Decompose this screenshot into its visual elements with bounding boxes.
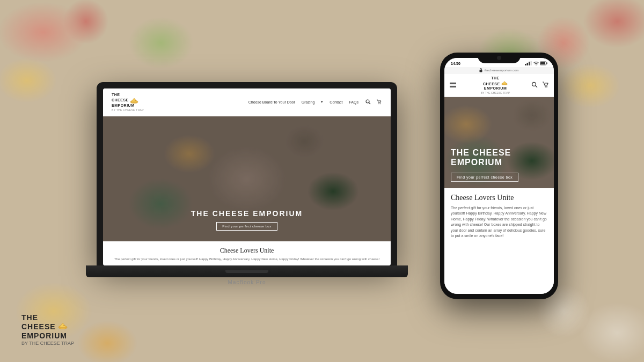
laptop-section-title: Cheese Lovers Unite bbox=[112, 247, 382, 255]
phone-cheese-icon bbox=[501, 80, 508, 85]
svg-point-20 bbox=[546, 86, 547, 87]
svg-line-4 bbox=[369, 103, 371, 105]
phone-url-bar: thecheesemporium.com bbox=[444, 67, 554, 74]
phone-hero-button[interactable]: Find your perfect cheese box bbox=[451, 173, 518, 182]
laptop-cheese-icon bbox=[130, 97, 138, 104]
laptop-nav-link-2[interactable]: Grazing bbox=[302, 100, 315, 104]
laptop-nav-icons bbox=[365, 99, 382, 105]
laptop-nav-link-4[interactable]: FAQs bbox=[349, 100, 358, 104]
phone-nav: THE CHEESE EMPORIUM BY THE CHEESE TRAP bbox=[444, 74, 554, 97]
laptop-base bbox=[86, 265, 408, 277]
svg-rect-13 bbox=[480, 70, 482, 72]
svg-rect-8 bbox=[527, 63, 529, 65]
phone-logo-text: THE CHEESE EMPORIUM bbox=[483, 76, 508, 91]
phone-cart-icon[interactable] bbox=[542, 80, 548, 90]
svg-marker-15 bbox=[502, 81, 507, 84]
laptop-hero-button[interactable]: Find your perfect cheese box bbox=[216, 222, 277, 231]
svg-rect-9 bbox=[529, 62, 530, 65]
phone-notch bbox=[478, 53, 521, 63]
laptop-cart-icon[interactable] bbox=[376, 99, 382, 105]
phone-nav-icons bbox=[531, 80, 548, 90]
svg-marker-1 bbox=[131, 98, 137, 102]
phone-camera bbox=[497, 56, 501, 60]
phone-battery-icon bbox=[540, 61, 547, 66]
laptop-nav-link-3[interactable]: Contact bbox=[330, 100, 342, 104]
laptop-nav-link-1[interactable]: Cheese Board To Your Door bbox=[248, 100, 295, 104]
svg-point-6 bbox=[380, 104, 381, 105]
phone-lock-icon bbox=[479, 68, 482, 73]
bottom-logo-text: THE CHEESE EMPORIUM bbox=[21, 313, 74, 341]
phone-site-logo: THE CHEESE EMPORIUM BY THE CHEESE TRAP bbox=[459, 76, 531, 94]
laptop-logo-sub: BY THE CHEESE TRAP bbox=[112, 108, 144, 112]
laptop-screen: THE CHEESE EMPORIUM BY THE CHEESE TRAP bbox=[103, 88, 391, 265]
main-content: THE CHEESE EMPORIUM BY THE CHEESE TRAP bbox=[0, 0, 644, 362]
laptop-site-logo: THE CHEESE EMPORIUM BY THE CHEESE TRAP bbox=[112, 93, 144, 112]
svg-marker-22 bbox=[60, 323, 67, 328]
laptop-hero-title: THE CHEESE EMPORIUM bbox=[191, 209, 303, 218]
phone-section-text: The perfect gift for your friends, loved… bbox=[451, 205, 547, 239]
phone-signal-icon bbox=[525, 61, 532, 66]
laptop-nav-links: Cheese Board To Your Door Grazing ▾ Cont… bbox=[248, 100, 358, 104]
phone-search-icon[interactable] bbox=[531, 80, 538, 90]
phone-screen: 14:50 thecheesempo bbox=[444, 58, 554, 294]
svg-point-3 bbox=[366, 100, 369, 103]
svg-point-19 bbox=[545, 86, 546, 87]
svg-point-17 bbox=[532, 82, 536, 86]
phone-hamburger-icon[interactable] bbox=[450, 83, 456, 87]
laptop-search-icon[interactable] bbox=[365, 99, 371, 105]
phone-time: 14:50 bbox=[451, 62, 460, 65]
svg-point-5 bbox=[378, 104, 379, 105]
laptop-section: Cheese Lovers Unite The perfect gift for… bbox=[103, 241, 391, 265]
laptop-label: MacBook Pro bbox=[228, 279, 266, 285]
laptop-logo-text: THE CHEESE EMPORIUM bbox=[112, 93, 144, 108]
svg-point-23 bbox=[64, 325, 65, 326]
laptop-nav: THE CHEESE EMPORIUM BY THE CHEESE TRAP bbox=[103, 88, 391, 116]
laptop-section-text: The perfect gift for your friends, loved… bbox=[112, 257, 382, 261]
svg-point-2 bbox=[135, 100, 136, 101]
phone-hero: THE CHEESE EMPORIUM Find your perfect ch… bbox=[444, 97, 554, 188]
svg-rect-12 bbox=[540, 62, 545, 64]
phone-section: Cheese Lovers Unite The perfect gift for… bbox=[444, 188, 554, 294]
phone-url: thecheesemporium.com bbox=[484, 69, 518, 72]
laptop-body: THE CHEESE EMPORIUM BY THE CHEESE TRAP bbox=[97, 82, 397, 265]
laptop-nav-chevron: ▾ bbox=[321, 100, 323, 104]
svg-point-16 bbox=[505, 83, 506, 84]
phone-mockup: 14:50 thecheesempo bbox=[440, 53, 558, 299]
svg-line-18 bbox=[536, 85, 538, 87]
phone-wifi-icon bbox=[533, 61, 539, 66]
phone-status-icons bbox=[525, 61, 547, 66]
bottom-logo-watermark: THE CHEESE EMPORIUM BY THE CHEESE TRAP bbox=[21, 313, 74, 346]
phone-logo-sub: BY THE CHEESE TRAP bbox=[481, 91, 510, 94]
bottom-logo-sub: BY THE CHEESE TRAP bbox=[21, 341, 74, 346]
bottom-cheese-icon bbox=[58, 322, 68, 329]
phone-section-title: Cheese Lovers Unite bbox=[451, 194, 547, 202]
phone-hero-title: THE CHEESE EMPORIUM bbox=[451, 148, 511, 167]
laptop-mockup: THE CHEESE EMPORIUM BY THE CHEESE TRAP bbox=[86, 82, 408, 285]
svg-rect-10 bbox=[531, 61, 532, 65]
laptop-hero: THE CHEESE EMPORIUM Find your perfect ch… bbox=[103, 116, 391, 241]
svg-rect-7 bbox=[525, 64, 526, 65]
